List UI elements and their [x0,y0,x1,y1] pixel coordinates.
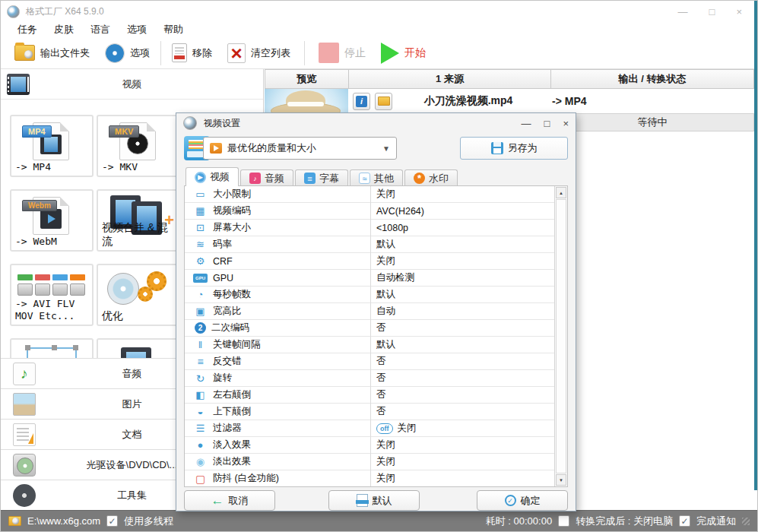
settings-row[interactable]: ↻旋转否 [185,370,554,387]
tab-video[interactable]: ▶视频 [186,167,239,186]
video-tab-icon: ▶ [195,172,206,183]
scroll-thumb[interactable] [556,199,566,473]
start-button[interactable]: 开始 [373,40,433,67]
multithread-checkbox[interactable]: ✓ [106,515,118,527]
setting-value: 否 [376,355,386,368]
remove-button[interactable]: 移除 [164,40,220,67]
menu-item[interactable]: 选项 [122,22,151,37]
menu-item[interactable]: 帮助 [159,22,188,37]
default-button[interactable]: 默认 [328,490,420,511]
card-to-mkv[interactable]: MKV -> MKV [97,115,180,177]
card-optimize[interactable]: 优化 [97,264,180,326]
toolbar-separator [160,41,161,65]
tab-other[interactable]: ≈其他 [350,169,403,186]
output-path-button[interactable]: E:\www.x6g.com [8,515,100,527]
setting-value-text: 关闭 [376,439,395,451]
tab-subtitle[interactable]: ≡字幕 [295,169,348,186]
settings-row[interactable]: ☰过滤器off关闭 [185,420,554,437]
profile-dropdown[interactable]: 最优化的质量和大小 ▼ [203,137,397,160]
stop-button[interactable]: 停止 [311,40,373,67]
music-note-icon [13,363,36,385]
minimize-icon[interactable]: — [522,118,531,129]
setting-value: 否 [376,388,386,401]
source-filename: 小刀洗澡视频.mp4 [392,94,544,108]
card-video-merge[interactable]: + 视频合并 & 混流 [97,189,180,252]
options-button[interactable]: 选项 [97,40,157,67]
setting-label: 淡出效果 [213,455,251,468]
clear-list-button[interactable]: 清空列表 [220,40,298,67]
queue-row[interactable]: i 小刀洗澡视频.mp4 -> MP4 [265,89,754,113]
setting-value: AVC(H264) [376,206,424,217]
scrollbar[interactable]: ▲ ▼ [554,186,567,486]
setting-label: 旋转 [213,372,232,385]
settings-row[interactable]: ◒上下颠倒否 [185,404,554,420]
ok-button[interactable]: ✓ 确定 [477,490,568,511]
toolbar: 输出文件夹 选项 移除 清空列表 停止 开始 [1,37,757,69]
card-to-webm[interactable]: Webm -> WebM [10,189,94,252]
setting-label: 防抖 (白金功能) [213,472,279,485]
settings-row[interactable]: ●淡入效果关闭 [185,437,554,454]
scroll-up-icon[interactable]: ▲ [556,187,566,198]
document-icon [13,423,36,446]
info-button[interactable]: i [353,93,370,110]
card-label: -> MP4 [15,161,91,173]
settings-row[interactable]: ▭大小限制关闭 [185,186,554,203]
setting-value: 默认 [376,338,395,351]
card-to-mp4[interactable]: MP4 -> MP4 [10,115,94,177]
settings-row[interactable]: ◉淡出效果关闭 [185,454,554,470]
settings-row[interactable]: ▢防抖 (白金功能)关闭 [185,470,554,486]
gear-icon [138,287,153,302]
maximize-icon[interactable]: □ [544,118,550,129]
settings-row[interactable]: ◧左右颠倒否 [185,387,554,404]
settings-row[interactable]: ⊡屏幕大小<1080p [185,220,554,236]
settings-row[interactable]: ‖关键帧间隔默认 [185,337,554,353]
ok-label: 确定 [521,494,541,508]
save-as-button[interactable]: 另存为 [460,137,568,160]
menu-item[interactable]: 任务 [13,22,42,37]
notify-checkbox[interactable]: ✓ [679,515,690,527]
settings-row[interactable]: ⚙CRF关闭 [185,253,554,270]
tab-label: 音频 [265,172,284,185]
setting-value: 否 [376,405,386,418]
two-pass-icon: 2 [195,322,206,334]
close-icon[interactable]: × [736,6,742,17]
sidebar-header-video[interactable]: 视频 [1,69,263,100]
tab-audio[interactable]: ♪音频 [240,169,293,186]
settings-row[interactable]: ≋码率默认 [185,236,554,253]
fade-out-icon: ◉ [193,457,208,467]
resize-grip[interactable] [742,518,750,525]
settings-row[interactable]: ≡反交错否 [185,353,554,370]
settings-row[interactable]: ◔每秒帧数默认 [185,287,554,303]
tab-watermark[interactable]: *水印 [404,169,458,186]
cancel-button[interactable]: ← 取消 [184,490,275,511]
menu-item[interactable]: 语言 [86,22,115,37]
settings-row[interactable]: ▦视频编码AVC(H264) [185,203,554,220]
gpu-icon: GPU [193,274,208,283]
settings-row[interactable]: GPUGPU自动检测 [185,270,554,287]
app-icon [7,5,20,18]
setting-value-text: 自动 [376,305,395,318]
bitrate-icon: ≋ [193,239,208,249]
output-folder-button[interactable]: 输出文件夹 [7,40,97,67]
setting-value-text: 否 [376,355,386,368]
settings-row[interactable]: 2二次编码否 [185,320,554,337]
output-folder-icon [14,45,35,61]
menu-item[interactable]: 皮肤 [49,22,78,37]
dialog-profile-row: 最优化的质量和大小 ▼ 另存为 [176,133,576,168]
elapsed-time: 耗时 : 00:00:00 [486,515,552,528]
card-to-avi-flv-mov[interactable]: -> AVI FLV MOV Etc... [10,264,94,326]
maximize-icon[interactable]: □ [709,6,715,17]
preview-thumbnail[interactable] [265,89,348,113]
shutdown-after-checkbox[interactable] [558,515,569,527]
settings-row[interactable]: ▣宽高比自动 [185,303,554,320]
start-label: 开始 [404,46,426,60]
open-folder-button[interactable] [375,93,392,110]
close-icon[interactable]: × [563,118,569,129]
scroll-down-icon[interactable]: ▼ [556,474,566,486]
remove-icon [172,43,187,62]
default-doc-icon [357,494,368,507]
minimize-icon[interactable]: — [678,6,688,17]
output-path: E:\www.x6g.com [27,515,100,527]
menu-bar: 任务皮肤语言选项帮助 [1,22,757,37]
dialog-icon [183,116,197,130]
